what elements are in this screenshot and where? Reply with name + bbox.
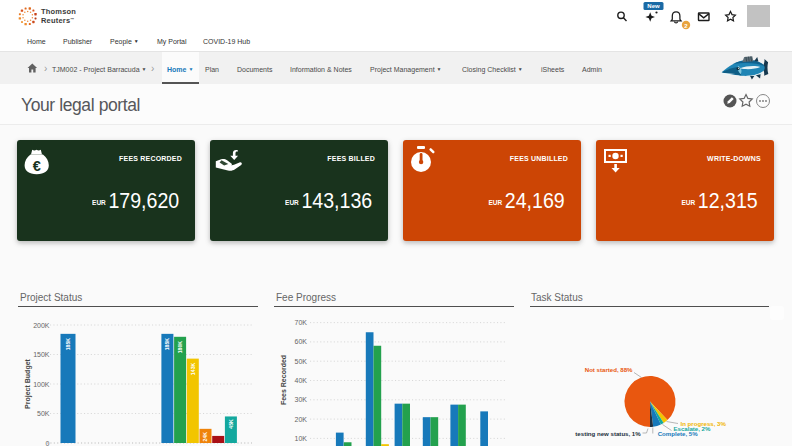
svg-text:150K: 150K (33, 351, 50, 358)
svg-text:New: New (647, 3, 660, 9)
svg-text:143K: 143K (190, 362, 196, 375)
svg-text:180K: 180K (177, 341, 183, 354)
svg-text:30K: 30K (295, 396, 308, 403)
svg-text:185K: 185K (164, 338, 170, 351)
svg-text:60K: 60K (295, 338, 308, 345)
svg-text:24K: 24K (202, 432, 208, 442)
svg-text:20K: 20K (295, 416, 308, 423)
svg-text:45K: 45K (228, 419, 234, 429)
svg-text:Fees Recorded: Fees Recorded (280, 355, 287, 405)
svg-text:100K: 100K (33, 381, 50, 388)
svg-text:50K: 50K (37, 410, 50, 417)
svg-text:€: € (33, 158, 41, 174)
svg-text:10K: 10K (295, 435, 308, 442)
svg-text:40K: 40K (295, 377, 308, 384)
svg-text:185K: 185K (65, 338, 71, 351)
svg-text:70K: 70K (295, 319, 308, 326)
svg-text:50K: 50K (295, 358, 308, 365)
svg-text:Not started, 88%: Not started, 88% (585, 366, 633, 373)
svg-text:200K: 200K (33, 322, 50, 329)
svg-text:Complete, 5%: Complete, 5% (658, 430, 699, 437)
svg-text:Project Budget: Project Budget (24, 358, 32, 408)
svg-text:testing new status, 1%: testing new status, 1% (575, 430, 641, 437)
